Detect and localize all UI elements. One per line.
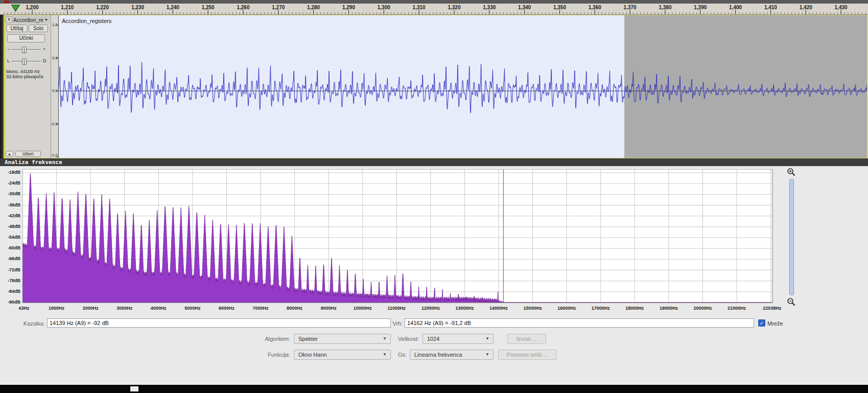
zoom-out-icon[interactable] bbox=[787, 297, 796, 307]
timeline-tick-label: 1,260 bbox=[231, 5, 255, 10]
timeline-tick-label: 1,390 bbox=[688, 5, 713, 10]
gain-slider-thumb[interactable] bbox=[22, 47, 27, 53]
db-axis-label: -90dB bbox=[0, 299, 20, 305]
db-axis-label: -72dB bbox=[0, 267, 20, 272]
cursor-readout-field[interactable] bbox=[47, 318, 391, 328]
db-axis-label: -54dB bbox=[0, 235, 20, 240]
size-dropdown[interactable]: 1024 ▼ bbox=[423, 334, 494, 344]
axis-dropdown[interactable]: Linearna frekvenca ▼ bbox=[410, 350, 494, 360]
close-track-button[interactable]: X bbox=[6, 16, 12, 23]
track-control-panel: X Accordion_re ▼ Utišaj Solo Učinki − + … bbox=[4, 15, 51, 158]
replot-button[interactable]: Ponovno izriši ... bbox=[498, 350, 556, 360]
waveform-svg bbox=[59, 15, 867, 158]
waveform-area[interactable]: Accordion_registers bbox=[59, 15, 867, 158]
record-mark bbox=[4, 1, 9, 3]
function-label: Funkcija: bbox=[255, 352, 290, 358]
hz-axis-label: 11000Hz bbox=[380, 306, 413, 311]
window-left-edge bbox=[0, 15, 4, 158]
track-name[interactable]: Accordion_re bbox=[13, 17, 43, 23]
export-button[interactable]: Izvozi ... bbox=[507, 334, 546, 344]
hz-axis-label: 21000Hz bbox=[720, 306, 753, 311]
peak-readout-label: Vrh: bbox=[389, 320, 403, 327]
axis-value: Linearna frekvenca bbox=[414, 352, 462, 358]
freq-pan-slider[interactable] bbox=[789, 179, 794, 295]
collapse-track-button[interactable]: ▲ bbox=[6, 151, 13, 157]
track-menu-arrow-icon[interactable]: ▼ bbox=[44, 18, 48, 21]
hz-axis-label: 9000Hz bbox=[312, 306, 345, 311]
db-axis-label: -30dB bbox=[0, 191, 20, 196]
size-label: Velikost: bbox=[387, 336, 419, 342]
chevron-down-icon: ▼ bbox=[485, 337, 489, 341]
effects-button[interactable]: Učinki bbox=[7, 34, 45, 42]
db-axis-label: -66dB bbox=[0, 256, 20, 261]
pan-right-label: D bbox=[43, 58, 46, 63]
timeline-tick-label: 1,370 bbox=[618, 5, 642, 10]
select-track-button[interactable]: Izberi bbox=[15, 151, 41, 157]
mute-button[interactable]: Utišaj bbox=[6, 25, 28, 32]
freq-window-titlebar[interactable]: Analiza frekvence bbox=[0, 158, 868, 166]
close-icon: X bbox=[7, 17, 10, 22]
hz-axis-label: 8000Hz bbox=[278, 306, 311, 311]
pan-left-label: L bbox=[7, 58, 10, 63]
grids-label[interactable]: Mreže bbox=[767, 320, 783, 327]
chevron-down-icon: ▼ bbox=[383, 353, 387, 357]
hz-axis-label: 10000Hz bbox=[346, 306, 379, 311]
function-dropdown[interactable]: Okno Hann ▼ bbox=[294, 350, 391, 360]
hz-axis-label: 19000Hz bbox=[652, 306, 685, 311]
audacity-window: 1,2001,2101,2201,2301,2401,2501,2601,270… bbox=[0, 0, 868, 393]
vertical-ruler[interactable]: 1,00,50,0-0,5-1,0 bbox=[51, 15, 59, 158]
timeline-tick-label: 1,330 bbox=[477, 5, 502, 10]
track-format-line2: 32-bitno plavajoče bbox=[6, 74, 43, 79]
hz-axis-label: 14000Hz bbox=[482, 306, 515, 311]
spectrum-plot[interactable] bbox=[22, 169, 773, 304]
timeline-tick-label: 1,200 bbox=[20, 5, 44, 10]
hz-axis-label: 1000Hz bbox=[40, 306, 73, 311]
timeline-tick-label: 1,410 bbox=[758, 5, 783, 10]
hz-axis-label: 5000Hz bbox=[176, 306, 209, 311]
hz-axis-label: 20000Hz bbox=[687, 306, 719, 311]
timeline-ruler[interactable]: 1,2001,2101,2201,2301,2401,2501,2601,270… bbox=[0, 4, 868, 15]
timeline-tick-label: 1,210 bbox=[55, 5, 80, 10]
pinned-playhead-icon[interactable] bbox=[11, 5, 20, 12]
vruler-label: 1,0 bbox=[46, 22, 58, 27]
timeline-tick-label: 1,320 bbox=[442, 5, 466, 10]
pan-slider-thumb[interactable] bbox=[22, 58, 27, 65]
timeline-tick-label: 1,280 bbox=[301, 5, 326, 10]
function-value: Okno Hann bbox=[298, 352, 327, 358]
db-axis-label: -36dB bbox=[0, 202, 20, 207]
hz-axis-label: 6000Hz bbox=[210, 306, 243, 311]
vruler-ticks bbox=[51, 15, 59, 158]
hz-axis-label: 18000Hz bbox=[618, 306, 651, 311]
algorithm-value: Spekter bbox=[298, 336, 318, 342]
vruler-label: 0,0 bbox=[46, 88, 58, 93]
freq-window-title: Analiza frekvence bbox=[5, 159, 62, 166]
hz-axis-label: 43Hz bbox=[8, 306, 40, 311]
chevron-down-icon: ▼ bbox=[383, 337, 387, 341]
hz-axis-label: 12000Hz bbox=[414, 306, 447, 311]
taskbar-item[interactable] bbox=[130, 386, 138, 391]
zoom-in-icon[interactable] bbox=[787, 168, 796, 177]
peak-readout-field[interactable] bbox=[405, 318, 754, 328]
size-value: 1024 bbox=[427, 336, 439, 342]
gain-minus-label: − bbox=[7, 47, 10, 52]
timeline-tick-label: 1,380 bbox=[653, 5, 677, 10]
db-axis-label: -60dB bbox=[0, 245, 20, 250]
hz-axis-label: 3000Hz bbox=[108, 306, 141, 311]
timeline-tick-label: 1,310 bbox=[407, 5, 431, 10]
collapse-icon: ▲ bbox=[8, 152, 11, 156]
solo-button[interactable]: Solo bbox=[29, 25, 48, 32]
grids-checkbox[interactable]: ✓ bbox=[758, 319, 765, 327]
hz-axis-label: 15000Hz bbox=[517, 306, 549, 311]
timeline-tick-label: 1,220 bbox=[90, 5, 115, 10]
timeline-tick-label: 1,240 bbox=[160, 5, 185, 10]
vruler-label: -0,5 bbox=[46, 122, 58, 126]
algorithm-dropdown[interactable]: Spekter ▼ bbox=[294, 334, 391, 344]
hz-axis-label: 16000Hz bbox=[550, 306, 583, 311]
timeline-tick-label: 1,400 bbox=[723, 5, 748, 10]
timeline-tick-label: 1,430 bbox=[829, 5, 853, 10]
cursor-readout-label: Kazalka: bbox=[20, 320, 45, 327]
timeline-tick-label: 1,300 bbox=[371, 5, 396, 10]
timeline-tick-label: 1,290 bbox=[336, 5, 361, 10]
db-axis-label: -42dB bbox=[0, 213, 20, 218]
hz-axis-label: 2000Hz bbox=[74, 306, 107, 311]
